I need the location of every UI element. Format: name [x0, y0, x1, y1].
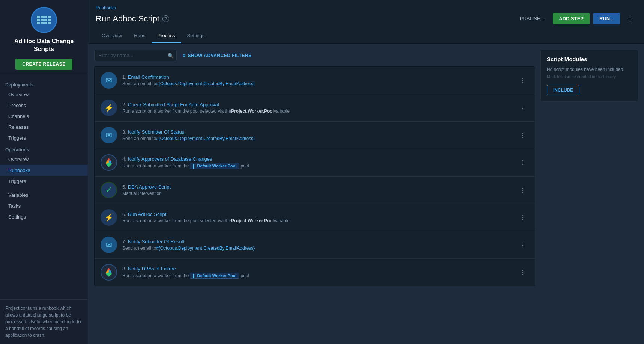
step-7-more-button[interactable]: ⋮ [517, 240, 529, 250]
project-title: Ad Hoc Data Change Scripts [4, 38, 84, 53]
step-2-name[interactable]: Check Submitted Script For Auto Approval [128, 102, 219, 107]
step-1-number: 1. [122, 74, 126, 80]
step-3-desc: Send an email to #{Octopus.Deployment.Cr… [122, 136, 512, 141]
step-4-desc: Run a script on a worker from the ▌ Defa… [122, 163, 512, 169]
sidebar-item-releases[interactable]: Releases [0, 122, 88, 133]
sidebar-item-tasks[interactable]: Tasks [0, 201, 88, 211]
page-header: Runbooks Run Adhoc Script ? PUBLISH... A… [88, 0, 644, 44]
sidebar-item-process[interactable]: Process [0, 100, 88, 111]
page-title: Run Adhoc Script [96, 14, 159, 24]
step-4-number: 4. [122, 156, 126, 162]
step-icon-email-7: ✉ [101, 237, 117, 253]
filter-bar: 🔍 ≡ SHOW ADVANCED FILTERS [94, 50, 535, 61]
sidebar-logo-area: Ad Hoc Data Change Scripts CREATE RELEAS… [0, 0, 88, 74]
tab-overview[interactable]: Overview [96, 30, 128, 43]
create-release-button[interactable]: CREATE RELEASE [15, 59, 72, 70]
publish-button[interactable]: PUBLISH... [515, 13, 549, 24]
step-8-name[interactable]: Notify DBAs of Failure [128, 266, 176, 272]
help-icon[interactable]: ? [162, 15, 169, 22]
script-modules-title: Script Modules [547, 56, 632, 62]
step-6-more-button[interactable]: ⋮ [517, 213, 529, 223]
step-6-desc: Run a script on a worker from the pool s… [122, 218, 512, 223]
step-1-more-button[interactable]: ⋮ [517, 75, 529, 86]
run-button[interactable]: RUN... [593, 13, 620, 24]
step-8-more-button[interactable]: ⋮ [517, 267, 529, 278]
sidebar-item-settings[interactable]: Settings [0, 211, 88, 222]
advanced-filter-label: SHOW ADVANCED FILTERS [188, 53, 252, 58]
step-icon-multicolor-8 [101, 264, 117, 281]
tab-settings[interactable]: Settings [181, 30, 211, 43]
step-4-variable-tag: ▌ Default Worker Pool [190, 163, 239, 169]
step-icon-script-6: ⚡ [101, 209, 117, 226]
step-3-more-button[interactable]: ⋮ [517, 130, 529, 140]
step-3-content: 3. Notify Submitter Of Status Send an em… [122, 129, 512, 141]
sidebar-item-runbooks[interactable]: Runbooks [0, 165, 88, 176]
deployments-section-label: Deployments [0, 78, 88, 89]
step-icon-script: ⚡ [101, 100, 117, 116]
operations-section-label: Operations [0, 143, 88, 154]
step-6-content: 6. Run AdHoc Script Run a script on a wo… [122, 211, 512, 223]
script-modules-empty: No script modules have been included [547, 67, 632, 72]
step-2-number: 2. [122, 102, 126, 107]
table-row[interactable]: 4. Notify Approvers of Database Changes … [95, 149, 535, 177]
step-3-number: 3. [122, 129, 126, 135]
step-6-name[interactable]: Run AdHoc Script [128, 211, 167, 217]
step-2-more-button[interactable]: ⋮ [517, 103, 529, 113]
step-5-content: 5. DBA Approve Script Manual interventio… [122, 184, 512, 196]
table-row[interactable]: ✉ 3. Notify Submitter Of Status Send an … [95, 122, 535, 149]
step-2-content: 2. Check Submitted Script For Auto Appro… [122, 102, 512, 114]
step-7-name[interactable]: Notify Submitter Of Result [128, 239, 184, 244]
step-1-desc: Send an email to #{Octopus.Deployment.Cr… [122, 81, 512, 86]
step-icon-email: ✉ [101, 72, 117, 89]
header-actions: PUBLISH... ADD STEP RUN... ⋮ [515, 13, 636, 24]
steps-list: ✉ 1. Email Confirmation Send an email to… [94, 66, 535, 286]
table-row[interactable]: ✓ 5. DBA Approve Script Manual intervent… [95, 177, 535, 204]
add-step-button[interactable]: ADD STEP [553, 13, 590, 24]
search-input[interactable] [94, 50, 177, 61]
sidebar-item-variables[interactable]: Variables [0, 190, 88, 201]
content-area: 🔍 ≡ SHOW ADVANCED FILTERS ✉ 1. Email Con… [88, 44, 644, 344]
table-row[interactable]: 8. Notify DBAs of Failure Run a script o… [95, 259, 535, 286]
step-5-more-button[interactable]: ⋮ [517, 185, 529, 195]
page-title-area: Run Adhoc Script ? [96, 14, 169, 24]
sidebar-item-channels[interactable]: Channels [0, 111, 88, 122]
steps-panel: 🔍 ≡ SHOW ADVANCED FILTERS ✉ 1. Email Con… [94, 50, 535, 338]
step-2-desc: Run a script on a worker from the pool s… [122, 109, 512, 114]
step-5-desc: Manual intervention [122, 191, 512, 196]
sidebar-nav: Deployments Overview Process Channels Re… [0, 74, 88, 299]
breadcrumb[interactable]: Runbooks [96, 5, 636, 11]
sidebar-item-ops-overview[interactable]: Overview [0, 154, 88, 165]
main-content: Runbooks Run Adhoc Script ? PUBLISH... A… [88, 0, 644, 344]
tab-process[interactable]: Process [152, 30, 181, 43]
step-1-content: 1. Email Confirmation Send an email to #… [122, 74, 512, 86]
step-4-more-button[interactable]: ⋮ [517, 158, 529, 168]
include-button[interactable]: INCLUDE [547, 85, 579, 95]
step-7-content: 7. Notify Submitter Of Result Send an em… [122, 239, 512, 251]
filter-icon: ≡ [183, 53, 186, 58]
step-icon-multicolor-4 [101, 154, 117, 171]
more-options-button[interactable]: ⋮ [624, 13, 636, 24]
step-6-number: 6. [122, 211, 126, 217]
step-4-name[interactable]: Notify Approvers of Database Changes [128, 156, 212, 162]
script-modules-panel: Script Modules No script modules have be… [540, 50, 638, 102]
table-row[interactable]: ⚡ 2. Check Submitted Script For Auto App… [95, 94, 535, 122]
step-1-name[interactable]: Email Confirmation [128, 74, 169, 80]
tabs: Overview Runs Process Settings [96, 30, 636, 43]
step-5-name[interactable]: DBA Approve Script [128, 184, 171, 190]
table-row[interactable]: ⚡ 6. Run AdHoc Script Run a script on a … [95, 204, 535, 231]
step-8-number: 8. [122, 266, 126, 272]
step-5-number: 5. [122, 184, 126, 190]
search-icon-button[interactable]: 🔍 [168, 53, 174, 58]
step-7-desc: Send an email to #{Octopus.Deployment.Cr… [122, 246, 512, 251]
table-row[interactable]: ✉ 7. Notify Submitter Of Result Send an … [95, 231, 535, 259]
step-4-content: 4. Notify Approvers of Database Changes … [122, 156, 512, 169]
step-8-content: 8. Notify DBAs of Failure Run a script o… [122, 266, 512, 279]
tab-runs[interactable]: Runs [128, 30, 151, 43]
advanced-filter-button[interactable]: ≡ SHOW ADVANCED FILTERS [183, 53, 252, 58]
step-3-name[interactable]: Notify Submitter Of Status [128, 129, 184, 135]
sidebar-item-triggers[interactable]: Triggers [0, 133, 88, 143]
table-row[interactable]: ✉ 1. Email Confirmation Send an email to… [95, 67, 535, 94]
sidebar-description: Project contains a runbook which allows … [0, 299, 88, 344]
sidebar-item-overview[interactable]: Overview [0, 89, 88, 100]
sidebar-item-ops-triggers[interactable]: Triggers [0, 176, 88, 187]
